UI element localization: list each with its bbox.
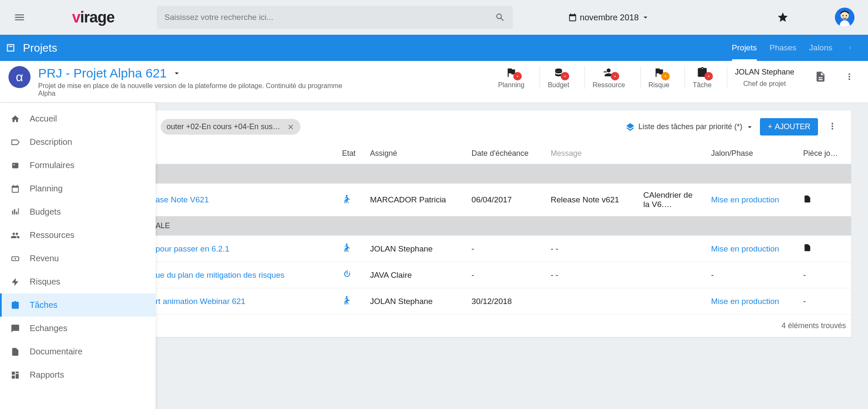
task-panel: outer +02-En cours +04-En suspens… Liste… — [150, 111, 851, 337]
nav-tabs: Projets Phases Jalons — [732, 35, 868, 61]
sidebar-item-taches[interactable]: Tâches — [0, 293, 156, 317]
star-icon[interactable] — [777, 11, 789, 23]
money-icon — [11, 254, 20, 263]
col-assignee[interactable]: Assigné — [365, 143, 467, 164]
search-icon[interactable] — [495, 12, 505, 22]
people-icon — [11, 231, 20, 240]
kpi-tache[interactable]: Tâche — [684, 66, 719, 89]
menu-button[interactable] — [9, 7, 30, 28]
date-label: novembre 2018 — [580, 13, 639, 22]
sidebar-item-accueil[interactable]: Accueil — [0, 107, 156, 130]
clipboard-icon — [11, 301, 20, 310]
sidebar-item-description[interactable]: Description — [0, 130, 156, 154]
table-row[interactable]: ue du plan de mitigation des risques JAV… — [150, 262, 851, 288]
date-picker[interactable]: novembre 2018 — [568, 13, 650, 22]
col-state[interactable]: Etat — [337, 143, 365, 164]
project-avatar[interactable]: α — [8, 66, 31, 88]
power-icon — [342, 269, 352, 279]
tab-projets[interactable]: Projets — [732, 35, 757, 61]
running-icon — [342, 295, 352, 305]
more-vert-icon[interactable] — [845, 43, 855, 53]
svg-point-8 — [14, 258, 16, 260]
sidebar-item-revenu[interactable]: Revenu — [0, 247, 156, 270]
chevron-down-icon — [746, 123, 754, 131]
col-due[interactable]: Date d'échéance — [467, 143, 546, 164]
svg-point-2 — [843, 15, 844, 17]
svg-point-3 — [846, 15, 847, 17]
svg-rect-6 — [13, 164, 15, 165]
filter-bar: outer +02-En cours +04-En suspens… Liste… — [150, 111, 851, 143]
svg-rect-5 — [12, 163, 19, 168]
project-strip: α PRJ - Projet Alpha 621 Projet de mise … — [0, 61, 868, 103]
logo[interactable]: virage — [72, 8, 114, 26]
group-row[interactable]: ALE — [150, 216, 851, 236]
calendar-icon — [11, 184, 20, 193]
kpi-budget[interactable]: Budget — [540, 66, 577, 89]
table-footer: 4 éléments trouvés — [150, 315, 851, 337]
tab-phases[interactable]: Phases — [770, 35, 796, 61]
more-vert-icon[interactable] — [824, 121, 841, 133]
running-icon — [342, 194, 352, 204]
kpi-row: Planning Budget Ressource Risque Tâche J… — [490, 66, 860, 89]
module-icon — [5, 42, 16, 53]
layers-icon — [626, 122, 635, 132]
col-message[interactable]: Message — [545, 143, 638, 164]
table-row[interactable]: rt animation Webinar 621 JOLAN Stephane … — [150, 288, 851, 315]
logo-prefix: v — [72, 8, 80, 26]
filter-chip[interactable]: outer +02-En cours +04-En suspens… — [161, 119, 300, 135]
bars-icon — [11, 207, 20, 217]
sidebar: Accueil Description Formulaires Planning… — [0, 103, 156, 409]
sidebar-item-ressources[interactable]: Ressources — [0, 224, 156, 247]
more-vert-icon[interactable] — [839, 72, 860, 83]
add-button[interactable]: + AJOUTER — [760, 118, 818, 135]
home-icon — [11, 114, 20, 124]
body: Accueil Description Formulaires Planning… — [0, 103, 868, 409]
nav-title-wrap: Projets — [5, 41, 57, 55]
sidebar-item-formulaires[interactable]: Formulaires — [0, 154, 156, 177]
sidebar-item-budgets[interactable]: Budgets — [0, 200, 156, 224]
file-icon[interactable] — [803, 194, 812, 204]
chevron-down-icon — [641, 13, 650, 22]
col-attach[interactable]: Pièce jo… — [798, 143, 851, 164]
nav-title: Projets — [23, 41, 57, 55]
sidebar-item-rapports[interactable]: Rapports — [0, 363, 156, 387]
document-icon[interactable] — [810, 71, 832, 84]
file-icon — [11, 347, 20, 356]
group-row[interactable] — [150, 164, 851, 184]
project-title[interactable]: PRJ - Projet Alpha 621 — [38, 66, 360, 80]
table-row[interactable]: pour passer en 6.2.1 JOLAN Stephane - - … — [150, 236, 851, 262]
kpi-risque[interactable]: Risque — [640, 66, 677, 89]
logo-rest: irage — [80, 8, 114, 26]
view-selector[interactable]: Liste des tâches par priorité (*) — [626, 122, 754, 132]
task-table: Etat Assigné Date d'échéance Message Jal… — [150, 143, 851, 337]
content: outer +02-En cours +04-En suspens… Liste… — [156, 103, 868, 409]
sidebar-item-planning[interactable]: Planning — [0, 177, 156, 200]
search-input[interactable] — [164, 13, 495, 22]
menu-icon — [14, 11, 25, 23]
tab-jalons[interactable]: Jalons — [809, 35, 832, 61]
file-icon[interactable] — [803, 243, 812, 252]
project-info: PRJ - Projet Alpha 621 Projet de mise en… — [38, 66, 360, 97]
bolt-icon — [11, 277, 20, 287]
search-box[interactable] — [157, 6, 513, 29]
chat-icon — [11, 324, 20, 333]
label-icon — [11, 138, 20, 147]
navbar: Projets Projets Phases Jalons — [0, 35, 868, 61]
sidebar-item-echanges[interactable]: Echanges — [0, 317, 156, 340]
svg-point-4 — [555, 69, 562, 72]
col-phase[interactable]: Jalon/Phase — [706, 143, 798, 164]
form-icon — [11, 161, 20, 170]
table-row[interactable]: ase Note V621 MARCADOR Patricia 06/04/20… — [150, 184, 851, 216]
sidebar-item-documentaire[interactable]: Documentaire — [0, 340, 156, 363]
avatar-face-icon — [835, 8, 854, 27]
project-manager[interactable]: JOLAN Stephane Chef de projet — [727, 68, 802, 88]
topbar: virage novembre 2018 — [0, 0, 868, 35]
user-avatar[interactable] — [835, 8, 854, 27]
running-icon — [342, 243, 352, 253]
sidebar-item-risques[interactable]: Risques — [0, 270, 156, 293]
project-desc: Projet de mise en place de la nouvelle v… — [38, 82, 360, 97]
close-icon[interactable] — [287, 123, 295, 131]
kpi-planning[interactable]: Planning — [490, 66, 532, 89]
kpi-ressource[interactable]: Ressource — [584, 66, 632, 89]
chevron-down-icon — [172, 69, 181, 78]
